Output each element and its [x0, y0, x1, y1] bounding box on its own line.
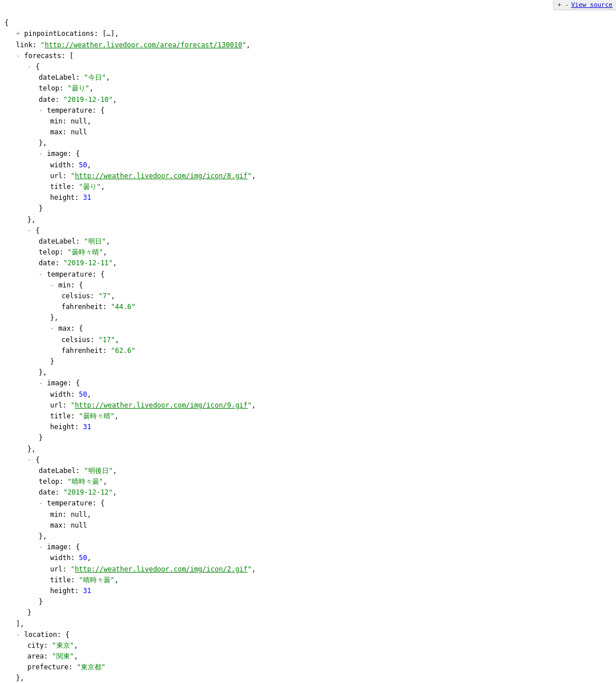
json-string-value: "2019-12-12" — [63, 488, 113, 496]
json-key: dateLabel — [39, 73, 76, 81]
json-string-value: "曇時々晴" — [79, 412, 114, 420]
json-key: fahrenheit — [61, 347, 102, 355]
view-source-link[interactable]: View source — [571, 1, 613, 9]
json-key: city — [27, 641, 44, 649]
collapse-toggle[interactable]: - — [27, 227, 35, 234]
json-string-value: "62.6" — [111, 347, 135, 355]
json-line: height: 31 — [5, 422, 611, 433]
json-line: title: "晴時々曇", — [5, 575, 611, 586]
collapse-expand-controls[interactable]: + - — [557, 1, 569, 9]
json-line: celsius: "17", — [5, 335, 611, 345]
json-link-value[interactable]: http://weather.livedoor.com/img/icon/8.g… — [75, 172, 247, 180]
json-key: max — [58, 324, 71, 332]
collapse-toggle[interactable]: - — [39, 106, 47, 114]
json-string-value: "曇り" — [68, 84, 89, 92]
json-key: min — [58, 281, 71, 289]
json-key: title — [50, 412, 71, 420]
json-key: celsius — [61, 336, 91, 344]
json-line: date: "2019-12-10", — [5, 94, 611, 105]
json-key: image — [47, 543, 67, 551]
json-null-value: null — [71, 521, 87, 529]
json-key: dateLabel — [39, 237, 76, 245]
json-string-value: "関東" — [52, 652, 73, 660]
json-line: dateLabel: "今日", — [5, 72, 611, 83]
json-key: area — [27, 652, 44, 660]
json-line: width: 50, — [5, 553, 611, 563]
json-key: celsius — [61, 292, 91, 300]
collapse-toggle[interactable]: + — [16, 30, 24, 38]
json-line: - image: { — [5, 149, 611, 159]
json-line: fahrenheit: "62.6" — [5, 345, 611, 356]
collapse-toggle[interactable]: - — [27, 456, 35, 464]
json-line: } — [5, 596, 611, 607]
json-line: - { — [5, 225, 611, 236]
json-string-value: "今日" — [84, 73, 105, 81]
json-null-value: null — [71, 128, 87, 136]
json-line: - temperature: { — [5, 498, 611, 509]
json-string-value: "2019-12-10" — [63, 96, 113, 104]
json-line: telop: "曇時々晴", — [5, 247, 611, 258]
json-key: min — [50, 117, 63, 125]
json-key: title — [50, 576, 71, 584]
json-string-value: "7" — [98, 292, 111, 300]
collapse-toggle[interactable]: - — [50, 281, 58, 289]
json-line: - temperature: { — [5, 105, 611, 116]
json-link-value[interactable]: http://weather.livedoor.com/img/icon/9.g… — [75, 401, 247, 409]
collapse-toggle[interactable]: - — [50, 324, 58, 332]
json-line: link: "http://weather.livedoor.com/area/… — [5, 40, 611, 51]
collapse-toggle[interactable]: - — [39, 150, 47, 158]
json-number-value: 31 — [83, 587, 91, 595]
json-line: - min: { — [5, 280, 611, 291]
json-line: }, — [5, 215, 611, 225]
json-string-value: "44.6" — [111, 303, 135, 311]
collapse-toggle[interactable]: - — [39, 270, 47, 278]
json-key: url — [50, 565, 63, 573]
json-line: + pinpointLocations: […], — [5, 28, 611, 39]
json-line: telop: "晴時々曇", — [5, 476, 611, 487]
json-line: width: 50, — [5, 160, 611, 171]
json-line: max: null — [5, 520, 611, 531]
collapse-toggle[interactable]: - — [39, 499, 47, 507]
json-line: - { — [5, 455, 611, 466]
json-content: { + pinpointLocations: […],link: "http:/… — [0, 2, 616, 683]
json-key: width — [50, 161, 71, 169]
json-link-value[interactable]: http://weather.livedoor.com/img/icon/2.g… — [75, 565, 247, 573]
json-null-value: null — [71, 511, 87, 519]
json-string-value: "東京都" — [77, 663, 105, 671]
json-line: celsius: "7", — [5, 291, 611, 302]
json-line: url: "http://weather.livedoor.com/img/ic… — [5, 564, 611, 575]
json-number-value: 31 — [83, 194, 91, 201]
collapse-toggle[interactable]: - — [39, 543, 47, 551]
collapse-toggle[interactable]: - — [39, 379, 47, 387]
json-string-value: "明後日" — [84, 467, 112, 475]
json-line: } — [5, 356, 611, 367]
collapse-toggle[interactable]: - — [16, 52, 24, 60]
top-bar: + - View source — [553, 0, 616, 10]
json-line: area: "関東", — [5, 651, 611, 662]
json-string-value: "晴時々曇" — [79, 576, 114, 584]
json-string-value: "東京" — [52, 641, 73, 649]
json-key: width — [50, 554, 71, 562]
json-line: } — [5, 433, 611, 443]
collapse-toggle[interactable]: - — [16, 631, 24, 639]
json-line: height: 31 — [5, 192, 611, 203]
json-line: url: "http://weather.livedoor.com/img/ic… — [5, 400, 611, 411]
json-line: telop: "曇り", — [5, 83, 611, 94]
collapse-toggle[interactable]: - — [27, 63, 35, 71]
json-key: height — [50, 587, 75, 595]
json-line: } — [5, 203, 611, 214]
json-string-value: "曇り" — [79, 183, 101, 191]
json-key: temperature — [47, 270, 92, 278]
json-link-value[interactable]: http://weather.livedoor.com/area/forecas… — [45, 41, 243, 49]
json-line: max: null — [5, 127, 611, 138]
json-key: title — [50, 183, 71, 191]
json-line: - max: { — [5, 323, 611, 334]
json-key: image — [47, 150, 67, 158]
json-line: title: "曇時々晴", — [5, 411, 611, 422]
json-line: }, — [5, 312, 611, 323]
json-line: - forecasts: [ — [5, 51, 611, 61]
json-key: max — [50, 521, 63, 529]
json-key: url — [50, 401, 63, 409]
json-key: fahrenheit — [61, 303, 102, 311]
json-line: url: "http://weather.livedoor.com/img/ic… — [5, 171, 611, 182]
